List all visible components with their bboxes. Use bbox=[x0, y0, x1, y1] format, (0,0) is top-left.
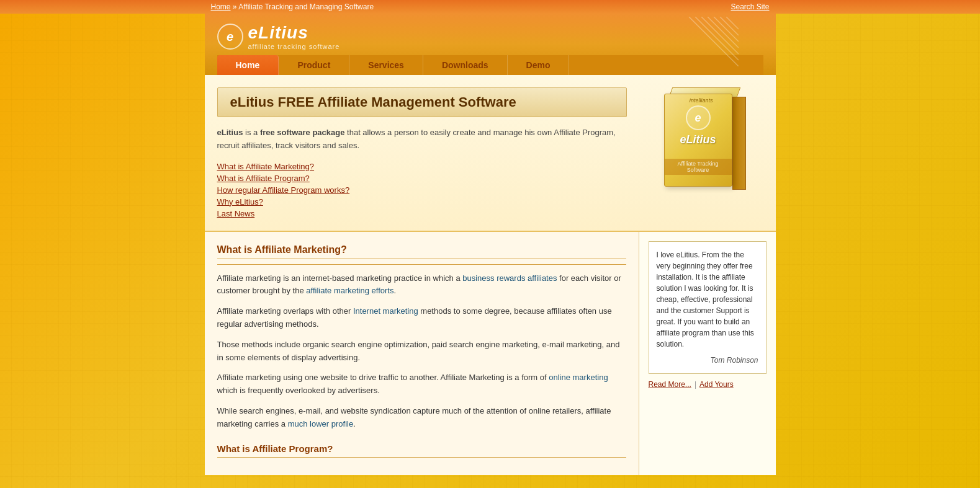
box-brand: eLitius bbox=[680, 133, 716, 146]
box-subtitle: Affiliate Tracking Software bbox=[665, 159, 732, 175]
paragraph-3: Those methods include organic search eng… bbox=[217, 339, 626, 365]
testimonial-separator: | bbox=[695, 380, 696, 389]
logo-name: eLitius bbox=[248, 23, 340, 43]
paragraph-4: Affiliate marketing using one website to… bbox=[217, 371, 626, 397]
add-yours-link[interactable]: Add Yours bbox=[699, 380, 734, 389]
link-affiliate-efforts[interactable]: affiliate marketing efforts bbox=[306, 286, 393, 295]
paragraph-1: Affiliate marketing is an internet-based… bbox=[217, 272, 626, 298]
hero-links: What is Affiliate Marketing? What is Aff… bbox=[217, 162, 627, 218]
testimonial-box: I love eLitius. From the the very beginn… bbox=[649, 241, 766, 374]
link-last-news[interactable]: Last News bbox=[217, 209, 627, 218]
page-title: eLitius FREE Affiliate Management Softwa… bbox=[217, 87, 627, 117]
testimonial-author: Tom Robinson bbox=[657, 355, 758, 366]
hero-left: eLitius FREE Affiliate Management Softwa… bbox=[217, 87, 627, 218]
link-lower-profile[interactable]: much lower profile bbox=[288, 419, 354, 428]
link-what-is-affiliate-marketing[interactable]: What is Affiliate Marketing? bbox=[217, 162, 627, 171]
nav-item-demo[interactable]: Demo bbox=[508, 55, 570, 75]
logo-letter: e bbox=[227, 30, 233, 44]
header-decoration bbox=[677, 17, 739, 66]
free-package-label: free software package bbox=[260, 128, 345, 137]
section-title-affiliate-program: What is Affiliate Program? bbox=[217, 443, 626, 458]
box-side bbox=[732, 97, 746, 190]
svg-line-3 bbox=[708, 17, 739, 48]
box-logo-letter: e bbox=[695, 112, 701, 125]
lower-section: What is Affiliate Marketing? Affiliate m… bbox=[205, 232, 776, 475]
site-header: e eLitius affiliate tracking software Ho… bbox=[205, 14, 776, 75]
hero-right: Intelliants e eLitius Affiliate Tracking… bbox=[639, 87, 763, 199]
main-wrapper: e eLitius affiliate tracking software Ho… bbox=[205, 14, 776, 475]
hero-section: eLitius FREE Affiliate Management Softwa… bbox=[205, 75, 776, 232]
logo-text-area: eLitius affiliate tracking software bbox=[248, 23, 340, 50]
nav-item-home[interactable]: Home bbox=[217, 55, 279, 75]
brand-name-inline: eLitius bbox=[217, 128, 243, 137]
box-front: Intelliants e eLitius Affiliate Tracking… bbox=[664, 94, 732, 187]
testimonial-text: I love eLitius. From the the very beginn… bbox=[657, 249, 758, 350]
svg-line-4 bbox=[714, 17, 739, 42]
breadcrumb-home-link[interactable]: Home bbox=[211, 2, 231, 11]
link-how-regular-affiliate-works[interactable]: How regular Affiliate Program works? bbox=[217, 185, 627, 195]
hero-description: eLitius is a free software package that … bbox=[217, 126, 627, 153]
breadcrumb-current: Affiliate Tracking and Managing Software bbox=[238, 2, 374, 11]
breadcrumb-separator: » bbox=[231, 2, 239, 11]
search-site-link[interactable]: Search Site bbox=[731, 2, 769, 11]
link-why-elitius[interactable]: Why eLitius? bbox=[217, 197, 627, 206]
logo-icon: e bbox=[217, 24, 243, 50]
section-title-affiliate-marketing: What is Affiliate Marketing? bbox=[217, 244, 626, 259]
nav-item-downloads[interactable]: Downloads bbox=[423, 55, 508, 75]
read-more-link[interactable]: Read More... bbox=[649, 380, 691, 389]
content-wrapper: eLitius FREE Affiliate Management Softwa… bbox=[205, 75, 776, 475]
svg-line-6 bbox=[726, 17, 739, 29]
testimonial-links: Read More... | Add Yours bbox=[649, 380, 766, 389]
link-online-marketing[interactable]: online marketing bbox=[549, 373, 608, 382]
paragraph-2: Affiliate marketing overlaps with other … bbox=[217, 305, 626, 331]
link-business[interactable]: business rewards affiliates bbox=[462, 273, 557, 283]
box-logo-circle: e bbox=[686, 105, 711, 130]
breadcrumb: Home » Affiliate Tracking and Managing S… bbox=[211, 2, 374, 11]
link-what-is-affiliate-program[interactable]: What is Affiliate Program? bbox=[217, 174, 627, 183]
sidebar: I love eLitius. From the the very beginn… bbox=[639, 232, 776, 475]
top-bar: Home » Affiliate Tracking and Managing S… bbox=[0, 0, 980, 14]
paragraph-5: While search engines, e-mail, and websit… bbox=[217, 405, 626, 431]
link-internet-marketing[interactable]: Internet marketing bbox=[353, 306, 418, 316]
nav-item-product[interactable]: Product bbox=[279, 55, 349, 75]
box-badge: Intelliants bbox=[689, 97, 713, 104]
nav-item-services[interactable]: Services bbox=[349, 55, 423, 75]
logo-tagline: affiliate tracking software bbox=[248, 43, 340, 50]
product-box: Intelliants e eLitius Affiliate Tracking… bbox=[652, 87, 751, 199]
main-content: What is Affiliate Marketing? Affiliate m… bbox=[205, 232, 639, 475]
svg-line-0 bbox=[689, 17, 739, 66]
